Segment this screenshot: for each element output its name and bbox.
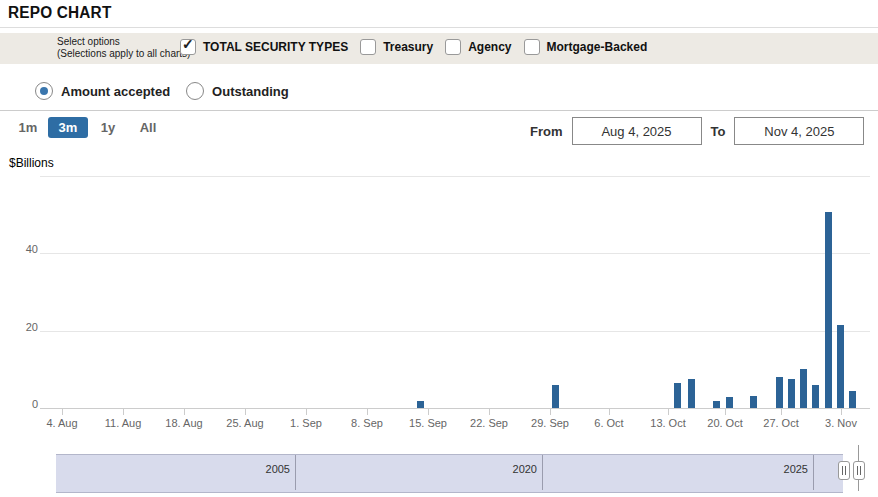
y-tick-label: 40 <box>8 243 38 255</box>
series-toggle-group: Amount accepted Outstanding <box>35 82 289 100</box>
y-gridline <box>40 331 870 332</box>
options-caption: Select options (Selections apply to all … <box>57 36 190 60</box>
checkbox-treasury[interactable]: ✓ Treasury <box>360 39 433 55</box>
range-preset-1y[interactable]: 1y <box>88 117 128 138</box>
x-tick-label: 27. Oct <box>763 417 798 429</box>
range-preset-3m[interactable]: 3m <box>48 117 88 138</box>
x-tick-label: 29. Sep <box>531 417 569 429</box>
checkbox-agency[interactable]: ✓ Agency <box>445 39 511 55</box>
x-tick-mark <box>367 409 368 415</box>
repo-chart-app: REPO CHART Select options (Selections ap… <box>0 0 878 497</box>
x-tick-label: 3. Nov <box>825 417 857 429</box>
x-tick-label: 20. Oct <box>707 417 742 429</box>
radio-label: Outstanding <box>212 84 289 99</box>
range-preset-1m[interactable]: 1m <box>8 117 48 138</box>
x-tick-mark <box>841 409 842 415</box>
navigator-year-label: 2020 <box>513 463 537 475</box>
bar[interactable] <box>674 383 681 408</box>
bar[interactable] <box>776 377 783 408</box>
x-tick-mark <box>609 409 610 415</box>
x-tick-mark <box>550 409 551 415</box>
navigator-year-label: 2025 <box>784 463 808 475</box>
check-icon: ✓ <box>182 36 194 52</box>
x-tick-label: 22. Sep <box>470 417 508 429</box>
checkbox-box: ✓ <box>180 39 196 55</box>
handle-grip-icon <box>860 466 861 475</box>
navigator-year-divider <box>542 455 543 490</box>
radio-label: Amount accepted <box>61 84 170 99</box>
y-axis-title: $Billions <box>9 156 54 170</box>
section-divider <box>0 110 878 111</box>
checkbox-mortgage-backed[interactable]: ✓ Mortgage-Backed <box>524 39 648 55</box>
radio-icon <box>35 82 53 100</box>
x-tick-mark <box>489 409 490 415</box>
x-tick-label: 6. Oct <box>594 417 623 429</box>
x-tick-mark <box>245 409 246 415</box>
y-gridline <box>40 253 870 254</box>
x-tick-label: 8. Sep <box>351 417 383 429</box>
x-axis-line <box>40 408 870 409</box>
checkbox-label: Agency <box>468 40 511 54</box>
bar[interactable] <box>849 391 856 408</box>
x-tick-mark <box>184 409 185 415</box>
checkbox-label: Treasury <box>383 40 433 54</box>
options-caption-line1: Select options <box>57 36 190 48</box>
checkbox-box: ✓ <box>360 39 376 55</box>
x-tick-mark <box>781 409 782 415</box>
navigator-handle-left[interactable] <box>838 461 850 480</box>
bar[interactable] <box>688 379 695 408</box>
security-type-checkbox-group: ✓ TOTAL SECURITY TYPES ✓ Treasury ✓ Agen… <box>180 39 647 55</box>
bar[interactable] <box>825 212 832 408</box>
radio-dot-icon <box>40 87 48 95</box>
bar[interactable] <box>726 397 733 408</box>
x-tick-mark <box>62 409 63 415</box>
bar[interactable] <box>552 385 559 408</box>
x-tick-mark <box>428 409 429 415</box>
bar[interactable] <box>800 369 807 408</box>
from-date-input[interactable] <box>572 117 702 145</box>
x-tick-label: 4. Aug <box>46 417 77 429</box>
handle-grip-icon <box>842 466 843 475</box>
range-preset-group: 1m 3m 1y All <box>8 117 168 138</box>
bar[interactable] <box>788 379 795 408</box>
navigator-handle-right[interactable] <box>853 461 865 480</box>
checkbox-label: Mortgage-Backed <box>547 40 648 54</box>
x-tick-label: 25. Aug <box>226 417 263 429</box>
bar[interactable] <box>812 385 819 408</box>
date-range-controls: From To <box>530 117 864 145</box>
bar[interactable] <box>417 401 424 408</box>
checkbox-box: ✓ <box>445 39 461 55</box>
options-caption-line2: (Selections apply to all charts) <box>57 48 190 60</box>
x-tick-label: 18. Aug <box>165 417 202 429</box>
x-tick-label: 13. Oct <box>650 417 685 429</box>
x-tick-label: 11. Aug <box>105 417 142 429</box>
x-tick-label: 15. Sep <box>409 417 447 429</box>
radio-amount-accepted[interactable]: Amount accepted <box>35 82 170 100</box>
x-tick-mark <box>306 409 307 415</box>
bar[interactable] <box>750 396 757 408</box>
checkbox-total-security-types[interactable]: ✓ TOTAL SECURITY TYPES <box>180 39 348 55</box>
navigator-track[interactable] <box>56 454 843 493</box>
bar[interactable] <box>713 401 720 408</box>
checkbox-box: ✓ <box>524 39 540 55</box>
range-preset-all[interactable]: All <box>128 117 168 138</box>
checkbox-label: TOTAL SECURITY TYPES <box>203 40 348 54</box>
navigator-year-label: 2005 <box>266 463 290 475</box>
page-title: REPO CHART <box>8 4 111 22</box>
x-tick-label: 1. Sep <box>290 417 322 429</box>
bar[interactable] <box>837 325 844 408</box>
from-label: From <box>530 124 563 139</box>
handle-grip-icon <box>845 466 846 475</box>
y-tick-label: 0 <box>8 398 38 410</box>
y-gridline <box>40 176 870 177</box>
navigator-year-divider <box>295 455 296 490</box>
radio-icon <box>186 82 204 100</box>
handle-grip-icon <box>857 466 858 475</box>
title-divider <box>0 27 878 28</box>
radio-outstanding[interactable]: Outstanding <box>186 82 289 100</box>
x-tick-mark <box>725 409 726 415</box>
to-label: To <box>711 124 726 139</box>
to-date-input[interactable] <box>734 117 864 145</box>
y-tick-label: 20 <box>8 321 38 333</box>
x-tick-mark <box>668 409 669 415</box>
